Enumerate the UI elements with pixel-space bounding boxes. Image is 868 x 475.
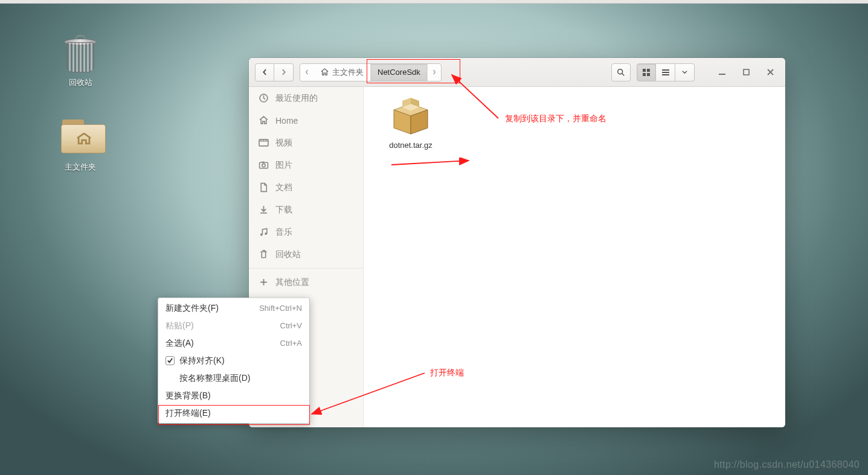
sidebar-label: 音乐 (275, 227, 292, 238)
sidebar-item-documents[interactable]: 文档 (249, 176, 363, 199)
ctx-select-all[interactable]: 全选(A) Ctrl+A (158, 334, 309, 352)
archive-icon (387, 98, 435, 136)
search-button[interactable] (611, 63, 631, 81)
chevron-down-icon (682, 69, 687, 75)
titlebar: 主文件夹 NetCoreSdk (249, 58, 785, 87)
sidebar-label: 最近使用的 (275, 93, 318, 104)
document-icon (259, 182, 269, 193)
sidebar-item-trash[interactable]: 回收站 (249, 243, 363, 266)
sidebar-item-videos[interactable]: 视频 (249, 132, 363, 154)
ctx-new-folder[interactable]: 新建文件夹(F) Shift+Ctrl+N (158, 299, 309, 317)
svg-rect-1 (643, 69, 646, 72)
folder-home-icon (61, 120, 100, 158)
path-home-label: 主文件夹 (332, 67, 364, 78)
sidebar-label: 回收站 (275, 249, 301, 260)
accel: Ctrl+V (280, 321, 302, 330)
music-icon (259, 227, 269, 237)
sidebar-label: 其他位置 (275, 277, 309, 288)
sidebar-label: Home (275, 116, 298, 126)
svg-rect-8 (719, 74, 725, 75)
path-current-label: NetCoreSdk (378, 68, 420, 77)
desktop-trash[interactable]: 回收站 (50, 35, 111, 88)
back-button[interactable] (255, 63, 274, 81)
path-prev-icon[interactable] (300, 69, 313, 75)
content-pane[interactable]: dotnet.tar.gz (364, 87, 785, 427)
svg-rect-14 (262, 162, 264, 163)
accel: Ctrl+A (280, 339, 302, 348)
plus-icon (259, 277, 269, 287)
sidebar-item-downloads[interactable]: 下载 (249, 199, 363, 221)
sidebar-item-other[interactable]: 其他位置 (249, 271, 363, 293)
search-icon (617, 68, 625, 77)
os-top-bar (0, 0, 868, 4)
sidebar-item-music[interactable]: 音乐 (249, 221, 363, 243)
accel: Shift+Ctrl+N (259, 304, 302, 313)
home-icon (259, 115, 269, 126)
svg-rect-6 (662, 72, 669, 73)
grid-icon (642, 68, 651, 77)
view-menu-button[interactable] (675, 63, 695, 81)
desktop-trash-label: 回收站 (50, 77, 111, 88)
sidebar-label: 下载 (275, 205, 292, 215)
svg-point-16 (265, 232, 267, 235)
checkbox-checked-icon (166, 356, 175, 365)
view-grid-button[interactable] (637, 63, 656, 81)
download-icon (259, 205, 269, 215)
nav-group (255, 63, 294, 81)
sidebar-label: 视频 (275, 138, 292, 148)
svg-point-13 (262, 164, 265, 167)
path-current-segment[interactable]: NetCoreSdk (371, 64, 428, 81)
sidebar-item-home[interactable]: Home (249, 109, 363, 132)
svg-point-15 (260, 234, 263, 236)
camera-icon (259, 160, 269, 170)
trash-icon (61, 35, 100, 74)
desktop-context-menu: 新建文件夹(F) Shift+Ctrl+N 粘贴(P) Ctrl+V 全选(A)… (158, 298, 310, 424)
sidebar-separator (249, 268, 363, 269)
home-icon (320, 68, 329, 77)
sidebar-label: 图片 (275, 160, 292, 171)
svg-rect-7 (662, 74, 669, 75)
watermark: http://blog.csdn.net/u014368040 (714, 459, 860, 470)
path-bar: 主文件夹 NetCoreSdk (300, 63, 442, 81)
sidebar-item-recent[interactable]: 最近使用的 (249, 87, 363, 109)
svg-rect-4 (647, 73, 650, 76)
sidebar-label: 文档 (275, 182, 292, 193)
file-label: dotnet.tar.gz (389, 141, 432, 150)
ctx-paste: 粘贴(P) Ctrl+V (158, 317, 309, 334)
view-list-button[interactable] (656, 63, 675, 81)
ctx-open-terminal[interactable]: 打开终端(E) (158, 404, 309, 422)
list-icon (661, 68, 670, 77)
video-icon (259, 138, 269, 148)
sidebar-item-pictures[interactable]: 图片 (249, 154, 363, 176)
desktop-home-label: 主文件夹 (50, 162, 111, 173)
file-item-dotnet-tar-gz[interactable]: dotnet.tar.gz (375, 98, 447, 150)
ctx-change-bg[interactable]: 更换背景(B) (158, 387, 309, 404)
desktop-home[interactable]: 主文件夹 (50, 120, 111, 173)
ctx-keep-aligned[interactable]: 保持对齐(K) (158, 352, 309, 369)
path-home-segment[interactable]: 主文件夹 (313, 64, 371, 81)
maximize-button[interactable] (737, 65, 755, 80)
clock-icon (259, 93, 269, 103)
minimize-button[interactable] (713, 65, 731, 80)
svg-rect-9 (744, 69, 749, 75)
svg-rect-5 (662, 69, 669, 71)
svg-rect-2 (647, 69, 650, 72)
svg-rect-3 (643, 73, 646, 76)
trash-icon (259, 249, 269, 260)
close-button[interactable] (761, 65, 779, 80)
forward-button[interactable] (274, 63, 294, 81)
ctx-sort-by-name[interactable]: 按名称整理桌面(D) (158, 369, 309, 387)
svg-point-0 (618, 69, 623, 74)
file-manager-window: 主文件夹 NetCoreSdk 最近使用的 Home (249, 58, 785, 427)
path-next-icon[interactable] (428, 69, 441, 75)
